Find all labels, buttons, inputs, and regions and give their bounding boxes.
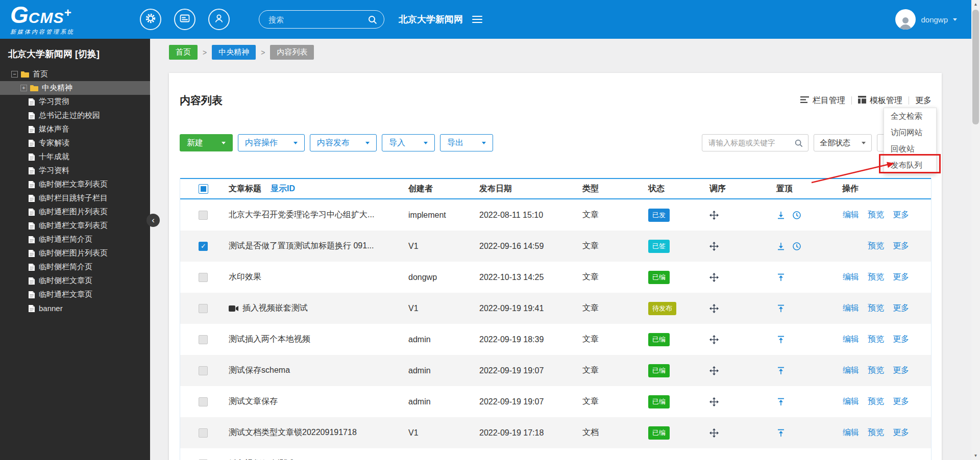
modules-button[interactable] xyxy=(174,9,195,30)
sidebar-item[interactable]: 临时栏目跳转子栏目 xyxy=(0,191,150,205)
edit-link[interactable]: 编辑 xyxy=(842,396,860,407)
row-title[interactable]: 北京大学召开党委理论学习中心组扩大... xyxy=(229,210,374,220)
reorder-move-icon[interactable] xyxy=(709,366,719,375)
menu-item-publish-queue[interactable]: 发布队列 xyxy=(884,157,936,173)
sidebar-item[interactable]: 临时侧栏简介页 xyxy=(0,260,150,274)
preview-link[interactable]: 预览 xyxy=(867,365,885,376)
row-title[interactable]: 插入视频嵌套测试 xyxy=(242,303,308,314)
more-link[interactable]: 更多 xyxy=(892,427,910,438)
preview-link[interactable]: 预览 xyxy=(867,334,885,345)
more-link[interactable]: 更多 xyxy=(892,396,910,407)
collapse-node-icon[interactable]: − xyxy=(11,71,18,78)
row-checkbox-checked[interactable] xyxy=(199,242,208,251)
edit-link[interactable]: 编辑 xyxy=(842,365,860,376)
user-menu[interactable]: dongwp xyxy=(895,9,957,30)
reorder-move-icon[interactable] xyxy=(709,304,719,313)
sidebar-item[interactable]: 学习资料 xyxy=(0,164,150,177)
preview-link[interactable]: 预览 xyxy=(867,427,885,438)
content-publish-dropdown[interactable]: 内容发布 xyxy=(310,134,377,151)
reorder-move-icon[interactable] xyxy=(709,428,719,438)
preview-link[interactable]: 预览 xyxy=(867,396,885,407)
row-title[interactable]: 测试是否做了置顶测试加标题换行 091... xyxy=(229,241,374,251)
edit-link[interactable]: 编辑 xyxy=(842,272,860,283)
export-dropdown[interactable]: 导出 xyxy=(440,134,493,151)
sidebar-item[interactable]: 十年成就 xyxy=(0,150,150,164)
sidebar-item-selected[interactable]: + 中央精神 xyxy=(0,81,150,95)
reorder-move-icon[interactable] xyxy=(709,397,719,406)
select-all-checkbox[interactable] xyxy=(199,184,208,194)
sidebar-item-home[interactable]: − 首页 xyxy=(0,67,150,81)
sink-down-icon[interactable] xyxy=(776,211,786,220)
sidebar-item[interactable]: 总书记走过的校园 xyxy=(0,109,150,122)
pin-top-icon[interactable] xyxy=(776,397,786,406)
row-checkbox[interactable] xyxy=(199,366,208,375)
new-button[interactable]: 新建 xyxy=(180,134,233,151)
template-manage-button[interactable]: 模板管理 xyxy=(858,95,902,106)
reorder-move-icon[interactable] xyxy=(709,242,719,251)
row-checkbox[interactable] xyxy=(199,335,208,344)
more-link[interactable]: 更多 xyxy=(892,303,910,314)
pin-top-icon[interactable] xyxy=(776,335,786,344)
app-logo[interactable]: GCMS+ 新媒体内容管理系统 xyxy=(10,3,75,36)
edit-link[interactable]: 编辑 xyxy=(842,210,860,220)
status-filter-select[interactable]: 全部状态 xyxy=(814,134,872,151)
column-manage-button[interactable]: 栏目管理 xyxy=(800,95,845,106)
sidebar-item[interactable]: 临时侧栏图片列表页 xyxy=(0,246,150,260)
sidebar-site-label[interactable]: 北京大学新闻网 [切换] xyxy=(0,39,150,67)
page-scrollbar[interactable]: ▲ ▼ xyxy=(971,0,980,460)
sidebar-item[interactable]: 临时通栏图片列表页 xyxy=(0,205,150,219)
row-checkbox[interactable] xyxy=(199,428,208,438)
sidebar-item[interactable]: 临时通栏文章列表页 xyxy=(0,219,150,233)
reorder-move-icon[interactable] xyxy=(709,335,719,344)
row-title[interactable]: 测试保存schema xyxy=(229,365,290,376)
edit-link[interactable]: 编辑 xyxy=(842,303,860,314)
breadcrumb-home[interactable]: 首页 xyxy=(169,45,198,60)
row-title[interactable]: 测试文章保存 xyxy=(229,396,278,407)
sidebar-item[interactable]: 临时通栏简介页 xyxy=(0,233,150,246)
scroll-up-icon[interactable]: ▲ xyxy=(971,0,980,9)
menu-item-recycle-bin[interactable]: 回收站 xyxy=(884,141,936,157)
row-checkbox[interactable] xyxy=(199,304,208,313)
breadcrumb-channel[interactable]: 中央精神 xyxy=(212,45,256,60)
users-button[interactable] xyxy=(208,9,230,30)
edit-link[interactable]: 编辑 xyxy=(842,334,860,345)
edit-link[interactable]: 编辑 xyxy=(842,427,860,438)
row-checkbox[interactable] xyxy=(199,397,208,406)
sidebar-collapse-button[interactable]: ‹ xyxy=(146,214,160,227)
search-icon[interactable] xyxy=(794,139,803,150)
global-search-input[interactable] xyxy=(259,11,384,28)
more-link[interactable]: 更多 xyxy=(892,241,910,251)
row-title[interactable]: 水印效果 xyxy=(229,272,261,283)
import-dropdown[interactable]: 导入 xyxy=(382,134,435,151)
more-link[interactable]: 更多 xyxy=(892,365,910,376)
more-button[interactable]: 更多 xyxy=(915,95,932,106)
show-id-toggle[interactable]: 显示ID xyxy=(271,184,295,194)
sidebar-item[interactable]: 临时侧栏文章列表页 xyxy=(0,177,150,191)
pin-top-icon[interactable] xyxy=(776,304,786,313)
timer-icon[interactable] xyxy=(792,242,801,251)
sidebar-item[interactable]: 学习贯彻 xyxy=(0,95,150,109)
title-search-input[interactable] xyxy=(702,135,808,151)
sidebar-item[interactable]: 专家解读 xyxy=(0,136,150,150)
sidebar-item[interactable]: 临时通栏文章页 xyxy=(0,288,150,301)
row-checkbox[interactable] xyxy=(199,211,208,220)
more-link[interactable]: 更多 xyxy=(892,334,910,345)
row-checkbox[interactable] xyxy=(199,273,208,282)
search-icon[interactable] xyxy=(368,15,378,27)
settings-button[interactable] xyxy=(140,9,161,30)
preview-link[interactable]: 预览 xyxy=(867,303,885,314)
reorder-move-icon[interactable] xyxy=(709,273,719,282)
content-ops-dropdown[interactable]: 内容操作 xyxy=(238,134,305,151)
menu-item-visit-site[interactable]: 访问网站 xyxy=(884,124,936,141)
sink-down-icon[interactable] xyxy=(776,242,786,251)
timer-icon[interactable] xyxy=(792,211,801,220)
scroll-down-icon[interactable]: ▼ xyxy=(971,451,980,460)
sidebar-item[interactable]: 媒体声音 xyxy=(0,122,150,136)
menu-item-fulltext-search[interactable]: 全文检索 xyxy=(884,108,936,124)
row-title[interactable]: 测试插入两个本地视频 xyxy=(229,334,310,345)
expand-node-icon[interactable]: + xyxy=(20,85,27,91)
pin-top-icon[interactable] xyxy=(776,273,786,282)
preview-link[interactable]: 预览 xyxy=(867,272,885,283)
more-link[interactable]: 更多 xyxy=(892,272,910,283)
pin-top-icon[interactable] xyxy=(776,428,786,438)
